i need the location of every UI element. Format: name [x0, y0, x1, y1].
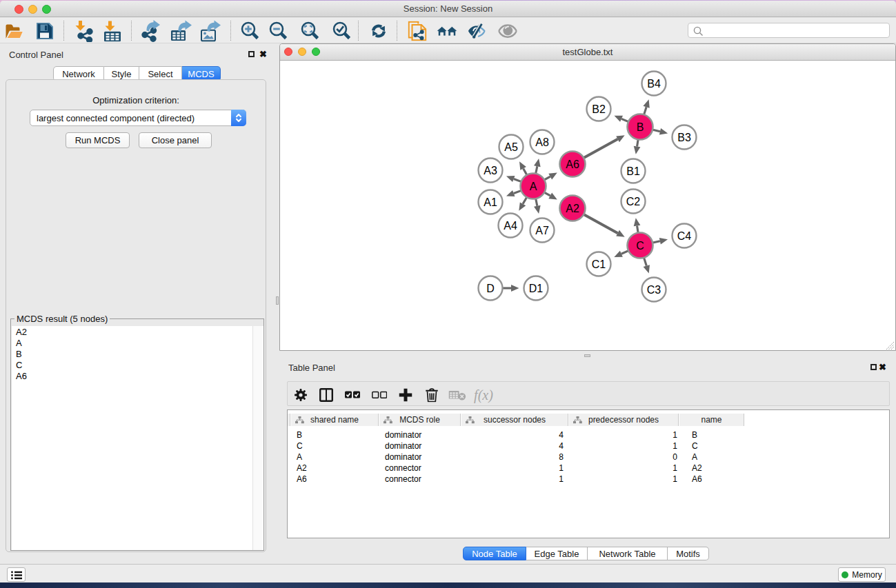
table-row[interactable]: Cdominator41C: [288, 440, 890, 452]
graph-node-A6[interactable]: A6: [560, 152, 586, 177]
create-column-icon[interactable]: [394, 384, 417, 406]
zoom-fit-icon[interactable]: [297, 19, 322, 43]
first-neighbors-icon[interactable]: [435, 19, 459, 43]
zoom-in-icon[interactable]: [237, 19, 262, 43]
graph-node-A3[interactable]: A3: [479, 159, 503, 183]
table-row[interactable]: Adominator80A: [288, 452, 890, 463]
mcds-result-item[interactable]: A: [12, 338, 263, 349]
table-cell: A6: [692, 474, 744, 485]
mcds-result-item[interactable]: B: [12, 349, 263, 360]
svg-text:C2: C2: [626, 196, 641, 207]
graph-node-B2[interactable]: B2: [587, 97, 611, 121]
table-row[interactable]: A6connector11A6: [288, 474, 890, 485]
search-input[interactable]: [706, 24, 886, 37]
graph-node-C2[interactable]: C2: [621, 190, 646, 214]
graph-node-B3[interactable]: B3: [673, 125, 697, 150]
table-panel: Table Panel ✖ f(x) shared name MCDS role…: [279, 358, 896, 565]
run-mcds-button[interactable]: Run MCDS: [66, 132, 130, 148]
graph-node-B4[interactable]: B4: [642, 72, 666, 96]
graph-node-D[interactable]: D: [479, 276, 503, 301]
import-table-icon[interactable]: [100, 19, 125, 43]
graph-node-C3[interactable]: C3: [642, 278, 666, 302]
export-table-icon[interactable]: [168, 19, 192, 43]
tab-edge-table[interactable]: Edge Table: [526, 547, 588, 560]
mcds-result-scrollbar[interactable]: [252, 326, 262, 550]
app-titlebar[interactable]: Session: New Session: [0, 1, 896, 17]
network-window-titlebar[interactable]: testGlobe.txt: [280, 44, 895, 61]
mcds-result-list[interactable]: A2ABCA6: [12, 326, 263, 550]
graph-node-A7[interactable]: A7: [530, 219, 555, 243]
table-row[interactable]: A2connector11A2: [288, 463, 890, 474]
optimization-criterion-select[interactable]: largest connected component (directed): [30, 110, 246, 126]
resize-grip-icon[interactable]: [886, 341, 895, 349]
list-icon: [11, 571, 22, 580]
refresh-layout-icon[interactable]: [366, 19, 391, 43]
network-graph-canvas[interactable]: B4B2BB3B1A5A8A6A3AA1A2C2A4A7C4CC1C3DD1: [280, 61, 895, 350]
memory-label: Memory: [852, 570, 882, 580]
graph-node-A2[interactable]: A2: [560, 196, 586, 221]
task-history-button[interactable]: [7, 567, 26, 582]
open-session-icon[interactable]: [2, 19, 27, 43]
hide-selected-icon[interactable]: [464, 19, 489, 43]
mcds-result-title: MCDS result (5 nodes): [14, 314, 110, 324]
graph-node-A[interactable]: A: [521, 174, 546, 199]
svg-text:A: A: [530, 181, 537, 192]
table-cell: A2: [297, 463, 379, 474]
mcds-result-item[interactable]: C: [12, 360, 263, 371]
select-arrows-icon: [231, 110, 246, 126]
svg-text:A1: A1: [484, 196, 497, 208]
zoom-selected-icon[interactable]: [329, 19, 354, 43]
column-header-name[interactable]: name: [679, 414, 744, 426]
graph-node-B1[interactable]: B1: [621, 159, 646, 183]
delete-column-icon[interactable]: [420, 384, 444, 406]
select-all-checkboxes-icon[interactable]: [341, 384, 364, 406]
tab-node-table[interactable]: Node Table: [463, 547, 526, 560]
svg-text:A2: A2: [566, 203, 579, 214]
graph-node-B[interactable]: B: [628, 114, 653, 140]
delete-table-icon[interactable]: [446, 384, 469, 406]
memory-button[interactable]: Memory: [838, 567, 886, 582]
control-panel-close-icon[interactable]: ✖: [259, 50, 267, 58]
show-all-icon[interactable]: [495, 19, 520, 43]
desktop-pane-vscroll[interactable]: [276, 296, 279, 305]
status-bar: Memory: [0, 564, 896, 582]
tab-network-table[interactable]: Network Table: [588, 547, 668, 560]
table-panel-close-icon[interactable]: ✖: [879, 363, 886, 371]
save-session-icon[interactable]: [32, 19, 57, 43]
zoom-out-icon[interactable]: [266, 19, 290, 43]
table-cell: A: [297, 452, 379, 463]
close-panel-button[interactable]: Close panel: [139, 132, 212, 148]
graph-node-A4[interactable]: A4: [499, 214, 523, 238]
export-network-icon[interactable]: [139, 19, 163, 43]
graph-node-C1[interactable]: C1: [587, 252, 611, 276]
column-header-MCDS-role[interactable]: MCDS role: [379, 414, 461, 426]
column-header-shared-name[interactable]: shared name: [291, 414, 379, 426]
column-header-predecessor-nodes[interactable]: predecessor nodes: [569, 414, 679, 426]
tab-motifs[interactable]: Motifs: [668, 547, 709, 560]
column-header-successor-nodes[interactable]: successor nodes: [461, 414, 568, 426]
graph-node-A5[interactable]: A5: [499, 135, 524, 159]
graph-node-A1[interactable]: A1: [479, 190, 503, 214]
table-cell: C: [692, 440, 744, 452]
svg-text:D1: D1: [529, 283, 544, 294]
svg-text:A4: A4: [504, 220, 517, 232]
table-settings-icon[interactable]: [289, 384, 312, 406]
optimization-criterion-value: largest connected component (directed): [37, 113, 195, 123]
search-box[interactable]: [688, 23, 890, 38]
desktop-pane-hscroll[interactable]: [584, 354, 590, 357]
table-panel-float-icon[interactable]: [870, 364, 877, 370]
split-columns-icon[interactable]: [315, 384, 338, 406]
import-network-icon[interactable]: [71, 19, 96, 43]
mcds-result-item[interactable]: A2: [12, 327, 263, 338]
graph-node-C4[interactable]: C4: [673, 224, 697, 248]
copy-network-icon[interactable]: [405, 19, 430, 43]
export-image-icon[interactable]: [197, 19, 222, 43]
graph-node-D1[interactable]: D1: [524, 276, 548, 301]
mcds-result-item[interactable]: A6: [12, 371, 263, 382]
deselect-all-checkboxes-icon[interactable]: [368, 384, 391, 406]
control-panel-float-icon[interactable]: [248, 51, 255, 57]
table-row[interactable]: Bdominator41B: [288, 429, 890, 440]
graph-node-A8[interactable]: A8: [530, 130, 555, 154]
function-builder-icon[interactable]: f(x): [472, 384, 495, 406]
graph-node-C[interactable]: C: [628, 233, 653, 258]
